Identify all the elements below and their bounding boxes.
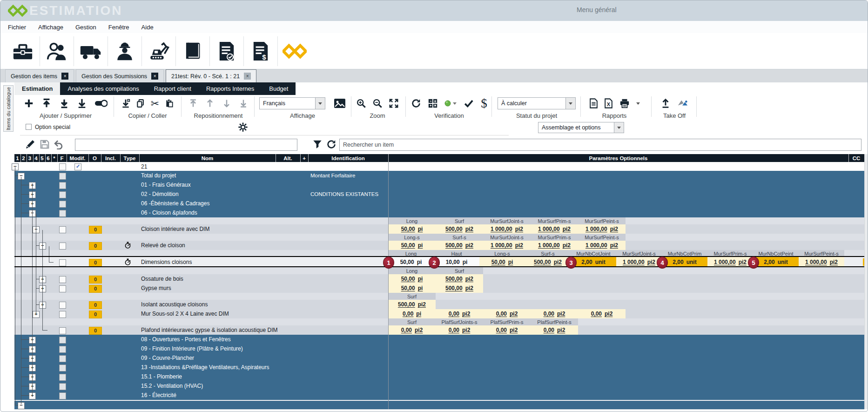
param-value-cell[interactable]: 1 000,00pi2 bbox=[799, 257, 844, 267]
category-row[interactable]: +01 - Frais Généraux bbox=[14, 180, 864, 190]
param-value: 500,00 bbox=[445, 226, 463, 232]
param-value-cell[interactable]: 1 000,00pi2 bbox=[531, 224, 578, 234]
param-unit: pi2 bbox=[563, 226, 571, 232]
param-value-cell[interactable]: 500,00pi2 bbox=[436, 284, 483, 293]
param-value-cell[interactable]: 1 000,00pi2 bbox=[578, 241, 626, 250]
param-value-cell[interactable]: 2,00unit bbox=[571, 257, 616, 267]
param-value-cell[interactable]: 1 000,00pi2 bbox=[707, 257, 753, 267]
tree-line bbox=[15, 405, 18, 405]
param-value-cell[interactable]: 500,00pi2 bbox=[525, 257, 571, 267]
param-value-cell[interactable]: 50,00pi bbox=[388, 274, 436, 284]
param-value: 500,00 bbox=[534, 259, 551, 265]
param-value-cell[interactable]: 500,00pi2 bbox=[436, 224, 483, 234]
option-count-badge: 0 bbox=[89, 226, 102, 234]
modif-checkbox[interactable]: ✓ bbox=[74, 163, 81, 170]
f-checkbox[interactable] bbox=[59, 173, 66, 180]
category-row[interactable]: +13 -Installations &Préfilage Ventilateu… bbox=[14, 363, 864, 372]
param-value: 0,00 bbox=[403, 311, 413, 317]
f-checkbox[interactable] bbox=[59, 327, 66, 334]
item-row[interactable]: +0Mur Sous-sol 2 X 4 Laine avec DIM0,00p… bbox=[14, 309, 864, 318]
param-value-cell[interactable]: 1 000,00pi2 bbox=[531, 241, 578, 250]
param-value-cell[interactable]: 1 000,00pi2 bbox=[483, 241, 531, 250]
f-checkbox[interactable] bbox=[59, 302, 66, 309]
param-value-cell[interactable]: 50,00pi bbox=[388, 224, 436, 234]
param-value-cell[interactable]: 0,00pi2 bbox=[388, 325, 436, 335]
param-value-cell[interactable]: 0,00pi2 bbox=[578, 309, 626, 318]
f-checkbox[interactable] bbox=[59, 392, 66, 399]
category-row[interactable]: +02 - DémolitionCONDITIONS EXISTANTES bbox=[14, 189, 864, 199]
param-header-band: Surf bbox=[14, 293, 864, 300]
f-checkbox[interactable] bbox=[59, 191, 66, 198]
param-value-cell[interactable]: 50,00pi bbox=[388, 241, 436, 250]
f-checkbox[interactable] bbox=[59, 182, 66, 189]
param-unit: pi2 bbox=[563, 242, 571, 249]
f-checkbox[interactable] bbox=[59, 337, 66, 344]
f-checkbox[interactable] bbox=[59, 285, 66, 292]
item-row[interactable]: +0Isolant acoustique cloisons500,00pi2 bbox=[14, 300, 864, 309]
param-unit: pi2 bbox=[510, 311, 518, 317]
f-checkbox[interactable] bbox=[59, 226, 66, 233]
param-value: 50,00 bbox=[401, 226, 415, 232]
vertical-scrollbar[interactable] bbox=[864, 154, 868, 409]
item-row[interactable]: −0Relevé de cloison50,00pi500,00pi21 000… bbox=[14, 241, 864, 250]
param-value: 2,00 bbox=[764, 259, 774, 265]
param-value-cell[interactable]: 500,00pi2 bbox=[436, 241, 483, 250]
param-value-cell[interactable]: 50,00pi bbox=[479, 257, 525, 267]
project-root-row[interactable]: −✓21 bbox=[14, 162, 864, 171]
param-value-cell[interactable]: 0,00pi2 bbox=[483, 325, 531, 335]
param-value-cell[interactable]: 0,00pi2 bbox=[436, 325, 483, 335]
category-row[interactable]: −06 - Cloison &plafonds bbox=[14, 208, 864, 218]
param-value-cell[interactable]: 1 000,00pi2 bbox=[616, 257, 662, 267]
category-row[interactable]: +09 - Couvre-Plancher bbox=[14, 353, 864, 363]
param-header-label: Surf bbox=[436, 267, 483, 274]
category-row[interactable]: +15.1 - Plomberie bbox=[14, 372, 864, 382]
param-value-cell[interactable]: 0,00pi2 bbox=[531, 309, 578, 318]
row-identification: CONDITIONS EXISTANTES bbox=[310, 189, 378, 199]
tree-line bbox=[42, 330, 47, 331]
category-row[interactable]: +06 -Ébénisterie & Cadrages bbox=[14, 199, 864, 209]
category-row[interactable]: +09 - Finition Intérieure (Plâtre & Pein… bbox=[14, 344, 864, 354]
footer-band-row[interactable]: − bbox=[14, 401, 864, 410]
item-row[interactable]: 0Plafond intérieuravec gypse & isolation… bbox=[14, 325, 864, 335]
f-checkbox[interactable] bbox=[59, 276, 66, 283]
param-value-cell[interactable]: 50,00pi bbox=[388, 284, 436, 293]
category-row[interactable]: −Total du projetMontant Forfaitaire bbox=[14, 171, 864, 181]
param-value-cell[interactable]: 50,00pi bbox=[388, 257, 434, 267]
stopwatch-icon bbox=[124, 242, 131, 249]
tree-line bbox=[15, 176, 18, 176]
param-value-cell[interactable]: 0,00pi bbox=[388, 309, 436, 318]
param-value-cell[interactable]: 1 000,00pi2 bbox=[483, 224, 531, 234]
param-value-cell[interactable]: 0,00pi2 bbox=[531, 325, 578, 335]
f-checkbox[interactable] bbox=[59, 210, 66, 217]
category-row[interactable]: +16 - Électricité bbox=[14, 391, 864, 400]
f-checkbox[interactable] bbox=[59, 365, 66, 371]
param-value-cell[interactable]: 500,00pi2 bbox=[436, 274, 483, 284]
param-value-cell[interactable]: 2,00unit bbox=[662, 257, 707, 267]
f-checkbox[interactable] bbox=[59, 259, 66, 266]
param-value-cell[interactable]: 500,00pi2 bbox=[388, 300, 436, 309]
param-header-label: Surf bbox=[388, 293, 436, 300]
f-checkbox[interactable] bbox=[59, 383, 66, 390]
tree-line bbox=[15, 167, 15, 405]
param-value-cell[interactable]: 10,00pi bbox=[434, 257, 479, 267]
f-checkbox[interactable] bbox=[59, 346, 66, 353]
param-value-cell[interactable]: 2,00unit bbox=[753, 257, 799, 267]
f-checkbox[interactable] bbox=[59, 355, 66, 362]
param-unit: pi2 bbox=[830, 259, 838, 265]
param-value: 500,00 bbox=[445, 285, 463, 291]
param-value-cell[interactable]: 1 000,00pi2 bbox=[578, 224, 626, 234]
category-row[interactable]: +08 - Ouvertures - Portes et Fenêtres bbox=[14, 335, 864, 344]
param-value-cell[interactable]: 0,00pi2 bbox=[483, 309, 531, 318]
item-row[interactable]: −0Cloison intérieure avec DIM50,00pi500,… bbox=[14, 224, 864, 234]
param-value: 0,00 bbox=[449, 311, 459, 317]
item-row[interactable]: +0Gypse murs50,00pi500,00pi2 bbox=[14, 284, 864, 293]
f-checkbox[interactable] bbox=[59, 374, 66, 381]
f-checkbox[interactable] bbox=[59, 163, 66, 170]
f-checkbox[interactable] bbox=[59, 201, 66, 208]
f-checkbox[interactable] bbox=[59, 243, 66, 250]
f-checkbox[interactable] bbox=[59, 311, 66, 318]
param-value-cell[interactable]: 0,00pi2 bbox=[436, 309, 483, 318]
category-row[interactable]: +15.2 - Ventilation (HVAC) bbox=[14, 381, 864, 391]
item-row[interactable]: +0Ossature de bois50,00pi500,00pi2 bbox=[14, 274, 864, 284]
tree-line bbox=[21, 395, 29, 396]
